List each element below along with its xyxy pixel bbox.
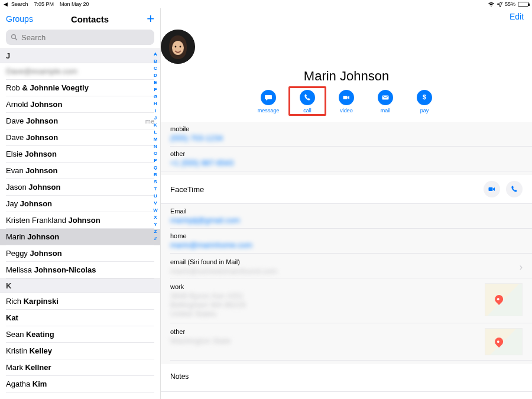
alpha-index-letter[interactable]: T — [152, 186, 159, 193]
alpha-index-letter[interactable]: U — [152, 193, 159, 200]
alpha-index-letter[interactable]: Q — [152, 164, 159, 171]
alpha-index-letter[interactable]: K — [152, 122, 159, 129]
contact-row[interactable]: Arnold Johnson — [0, 96, 160, 113]
alpha-index-letter[interactable]: L — [152, 129, 159, 136]
alpha-index-letter[interactable]: B — [152, 58, 159, 65]
statusbar-time: 7:05 PM — [34, 1, 54, 7]
contact-row[interactable]: Kat — [0, 310, 160, 326]
address-other[interactable]: otherWashington State — [161, 323, 532, 360]
edit-button[interactable]: Edit — [510, 12, 524, 21]
search-icon — [11, 34, 18, 41]
map-thumbnail[interactable] — [485, 328, 523, 355]
alpha-index-letter[interactable]: S — [152, 179, 159, 186]
field-label: home — [170, 232, 523, 239]
field-label: mobile — [170, 125, 523, 132]
add-contact-button[interactable]: + — [147, 12, 154, 25]
contact-row[interactable]: Dave Johnsonme — [0, 113, 160, 129]
sidebar-title: Contacts — [71, 14, 109, 24]
svg-point-5 — [180, 46, 181, 48]
section-header: J — [0, 48, 160, 63]
alpha-index-letter[interactable]: Y — [152, 221, 159, 228]
alpha-index-letter[interactable]: A — [152, 51, 159, 58]
alpha-index-letter[interactable]: D — [152, 72, 159, 79]
alpha-index-letter[interactable]: V — [152, 200, 159, 207]
facetime-video-button[interactable] — [484, 181, 500, 197]
alpha-index-letter[interactable]: R — [152, 171, 159, 179]
field-home[interactable]: homemarin@marinhome.com — [161, 229, 532, 253]
contact-row[interactable]: Dave@example.com — [0, 63, 160, 80]
contact-row[interactable]: Marin Johnson — [0, 229, 160, 245]
alpha-index-letter[interactable]: # — [152, 235, 159, 242]
statusbar-back-label[interactable]: Search — [11, 1, 28, 7]
alpha-index-letter[interactable]: J — [152, 115, 159, 122]
contact-row[interactable]: Sean Keating — [0, 326, 160, 343]
action-message[interactable]: message — [255, 90, 281, 113]
field-mobile[interactable]: mobile(555) 703-1234 — [161, 122, 532, 146]
contact-avatar — [161, 30, 195, 64]
alpha-index-letter[interactable]: I — [152, 108, 159, 115]
contact-row[interactable]: Kristin Kelley — [0, 343, 160, 359]
alpha-index-letter[interactable]: O — [152, 150, 159, 157]
alpha-index[interactable]: ABCDEFGHIJKLMNOPQRSTUVWXYZ# — [152, 48, 159, 399]
contact-row[interactable]: Melissa Johnson-Nicolas — [0, 262, 160, 278]
contact-row[interactable]: Evan Johnson — [0, 163, 160, 179]
svg-line-1 — [15, 38, 17, 40]
action-video[interactable]: video — [333, 90, 359, 113]
alpha-index-letter[interactable]: P — [152, 157, 159, 164]
groups-button[interactable]: Groups — [6, 14, 33, 24]
facetime-label: FaceTime — [170, 185, 204, 194]
video-icon — [339, 90, 354, 105]
field-Email[interactable]: Emailmarinjdj@gmail.com — [161, 204, 532, 228]
map-pin-icon — [493, 293, 505, 305]
field-label: other — [170, 150, 523, 157]
contacts-sidebar: Groups Contacts + JDave@example.comRob &… — [0, 8, 161, 399]
action-mail[interactable]: mail — [372, 90, 398, 113]
battery-icon — [518, 2, 528, 7]
contact-row[interactable]: Jason Johnson — [0, 179, 160, 196]
field-value: marinjdj@gmail.com — [170, 216, 523, 225]
contact-row[interactable]: Jay Johnson — [0, 196, 160, 212]
contact-row[interactable]: Elsie Johnson — [0, 146, 160, 163]
address-work[interactable]: work3848 Byron Ave #201Bellingham WA 982… — [161, 278, 532, 323]
map-pin-icon — [493, 336, 505, 348]
message-icon — [261, 90, 276, 105]
action-call[interactable]: call — [294, 90, 320, 113]
action-label: video — [340, 108, 353, 113]
alpha-index-letter[interactable]: X — [152, 214, 159, 221]
field-value: marin@marinhome.com — [170, 241, 523, 249]
alpha-index-letter[interactable]: N — [152, 143, 159, 150]
contact-row[interactable]: Agatha Kim — [0, 376, 160, 392]
mail-icon — [378, 90, 393, 105]
search-field[interactable] — [6, 30, 154, 45]
alpha-index-letter[interactable]: H — [152, 100, 159, 108]
wifi-icon — [488, 2, 495, 7]
svg-point-3 — [172, 41, 184, 55]
svg-point-0 — [12, 35, 16, 39]
alpha-index-letter[interactable]: G — [152, 93, 159, 100]
svg-text:$: $ — [423, 93, 426, 100]
alpha-index-letter[interactable]: M — [152, 136, 159, 143]
contact-row[interactable]: Rich Karpinski — [0, 293, 160, 310]
chevron-right-icon: › — [520, 262, 523, 273]
alpha-index-letter[interactable]: E — [152, 79, 159, 86]
send-message-link[interactable]: Send Message — [161, 392, 532, 399]
contact-row[interactable]: Peggy Johnson — [0, 245, 160, 262]
alpha-index-letter[interactable]: C — [152, 65, 159, 72]
contact-list[interactable]: JDave@example.comRob & Johnnie VoegtlyAr… — [0, 48, 160, 399]
siri-found-row[interactable]: email (Siri found in Mail)marin@somedoma… — [161, 254, 532, 278]
alpha-index-letter[interactable]: F — [152, 86, 159, 93]
alpha-index-letter[interactable]: W — [152, 207, 159, 214]
search-input[interactable] — [21, 33, 150, 42]
contact-row[interactable]: Kristen Frankland Johnson — [0, 212, 160, 229]
alpha-index-letter[interactable]: Z — [152, 228, 159, 235]
back-caret-icon[interactable]: ◀ — [4, 1, 8, 7]
contact-row[interactable]: Dave Johnson — [0, 129, 160, 146]
notes-field[interactable]: Notes — [161, 364, 532, 391]
svg-point-4 — [175, 46, 177, 48]
facetime-audio-button[interactable] — [506, 181, 523, 197]
contact-row[interactable]: Rob & Johnnie Voegtly — [0, 80, 160, 96]
map-thumbnail[interactable] — [485, 283, 523, 316]
contact-row[interactable]: Mark Kellner — [0, 359, 160, 376]
field-other[interactable]: other+1 (555) 987-6543 — [161, 147, 532, 171]
action-pay[interactable]: $pay — [411, 90, 437, 113]
